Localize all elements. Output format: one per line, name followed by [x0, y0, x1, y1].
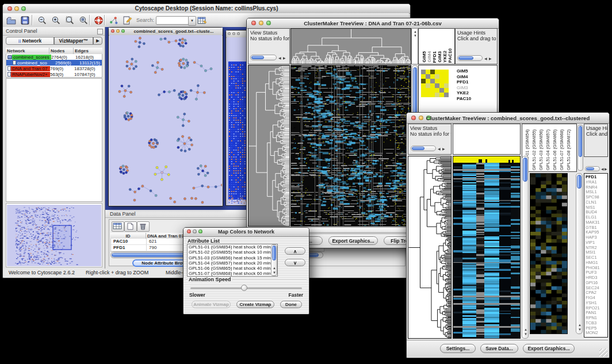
settings-button[interactable]: Settings...	[440, 344, 476, 353]
view-status-scrollbar[interactable]	[250, 55, 277, 60]
tv2-row-dendrogram[interactable]	[408, 156, 452, 339]
move-up-button[interactable]: ∧	[285, 247, 305, 255]
scrollbar-thumb[interactable]	[586, 167, 594, 170]
resize-grip[interactable]	[599, 348, 607, 357]
treeview1-title-bar[interactable]: ClusterMaker TreeView : DNA and Tran 07-…	[247, 18, 499, 29]
network-tree-row[interactable]: combined_scores2764(0)16218(0)	[6, 54, 102, 60]
tv1-column-labels[interactable]: GIM5GIM4PFD1GIM3YKE2PAC10	[418, 28, 455, 64]
scroll-left-icon[interactable]: ◀	[278, 56, 281, 60]
attribute-list-item[interactable]: GPL51-02 (GSM855) heat shock 10 min	[188, 250, 277, 255]
attribute-list-item[interactable]: GPL51-06 (GSM865) heat shock 40 min	[188, 266, 277, 271]
scrollbar-thumb[interactable]	[251, 56, 264, 59]
gene-label[interactable]: YKE2	[457, 90, 471, 96]
scroll-down-icon[interactable]: ▼	[414, 34, 417, 37]
close-button[interactable]	[111, 29, 114, 33]
column-label[interactable]: YKE2	[442, 51, 447, 63]
minimize-button[interactable]	[232, 32, 235, 35]
attribute-list-item[interactable]: GPL51-01 (GSM854) heat shock 05 min	[188, 244, 277, 250]
scroll-right-icon[interactable]: ▶	[283, 56, 286, 60]
scroll-left-icon[interactable]: ◀	[438, 147, 441, 151]
column-label[interactable]: GPL51-04 (GSM857)	[545, 129, 551, 170]
attribute-list-item[interactable]: GPL51-03 (GSM856) heat shock 15 min	[188, 255, 277, 260]
column-label[interactable]: GPL51-06 (GSM865)	[552, 129, 558, 170]
tv2-column-labels[interactable]: GPL51-01 (GSM854)GPL51-02 (GSM855)GPL51-…	[522, 124, 577, 172]
gene-label[interactable]: PFD1	[457, 79, 471, 85]
zoom-selected-icon[interactable]	[78, 14, 89, 26]
zoom-fit-icon[interactable]	[64, 14, 75, 26]
gene-label[interactable]: GIM5	[457, 68, 471, 74]
tv2-gene-labels[interactable]: PFD1YRA1RNR4MSL1SPC98CLN1NIS1BUD4ELG1MAK…	[584, 173, 608, 338]
tv1-column-dendrogram[interactable]	[290, 28, 411, 64]
annotation-icon[interactable]	[121, 14, 133, 26]
minimize-button[interactable]	[116, 29, 120, 33]
save-data-button[interactable]: Save Data...	[480, 344, 518, 353]
network-overview-icon[interactable]	[108, 14, 119, 26]
treeview2-title-bar[interactable]: ClusterMaker TreeView : combined_scores_…	[407, 113, 609, 124]
column-label[interactable]: PAC10	[447, 48, 453, 63]
scroll-right-icon[interactable]: ▶	[605, 167, 607, 171]
animate-vizmap-button[interactable]: Animate Vizmap	[192, 301, 231, 308]
scroll-up-icon[interactable]: ▲	[578, 323, 582, 327]
dialog-title-bar[interactable]: Map Colors to Network	[183, 228, 309, 237]
scroll-down-icon[interactable]: ▼	[578, 328, 582, 331]
scroll-left-icon[interactable]: ◀	[601, 167, 604, 171]
attribute-list[interactable]: GPL51-01 (GSM854) heat shock 05 minGPL51…	[187, 244, 278, 277]
attribute-list-item[interactable]: GPL51-04 (GSM857) heat shock 20 min	[188, 260, 277, 266]
column-label[interactable]: PFD1	[432, 51, 437, 63]
tab-network[interactable]: ⁝⁝ Network	[6, 37, 54, 45]
scroll-up-icon[interactable]: ▲	[414, 30, 417, 33]
view-status-scrollbar[interactable]	[411, 145, 436, 151]
column-label[interactable]: GPL51-08 (GSM872)	[565, 129, 572, 170]
tv2-heatmap-vscrollbar[interactable]: ▲ ▼	[522, 156, 529, 339]
attribute-list-item[interactable]: GPL51-07 (GSM868) heat shock 60 min	[188, 271, 277, 276]
delete-attribute-button[interactable]	[137, 221, 150, 232]
scrollbar-thumb[interactable]	[579, 126, 582, 157]
close-button[interactable]	[228, 32, 231, 35]
column-label[interactable]: GIM3	[437, 51, 442, 63]
zoom-window-button[interactable]	[121, 29, 125, 33]
network-tree-row[interactable]: RNAPuberNov2+563(0)107847(0)	[6, 71, 102, 77]
move-down-button[interactable]: ∨	[285, 259, 305, 266]
scroll-up-icon[interactable]: ▲	[273, 266, 276, 270]
network-tree-empty-area[interactable]	[6, 78, 102, 202]
scrollbar-thumb[interactable]	[458, 56, 473, 60]
search-input[interactable]	[156, 16, 189, 25]
tv2-zoom-heatmap[interactable]	[530, 173, 568, 334]
column-label[interactable]: GPL51-03 (GSM856)	[538, 129, 544, 170]
tv1-gene-labels[interactable]: GIM5GIM4PFD1GIM3YKE2PAC10	[457, 68, 471, 102]
speed-slider-thumb[interactable]	[241, 285, 247, 291]
attribute-select-button[interactable]	[112, 221, 124, 232]
save-icon[interactable]	[19, 14, 30, 26]
export-graphics-button[interactable]: Export Graphics...	[523, 344, 575, 353]
column-label[interactable]: GPL51-07 (GSM868)	[559, 129, 565, 170]
main-title-bar[interactable]: Cytoscape Desktop (Session Name: collins…	[3, 4, 410, 14]
birdseye-view-canvas[interactable]	[7, 205, 101, 266]
tab-vizmapper[interactable]: VizMapper™	[54, 37, 93, 45]
gene-label[interactable]: PAC10	[457, 96, 471, 102]
tab-overflow-arrow[interactable]: ▶	[93, 37, 102, 45]
tv1-row-dendrogram[interactable]	[248, 65, 290, 227]
zoom-out-icon[interactable]	[36, 14, 48, 26]
create-vizmap-button[interactable]: Create Vizmap	[236, 301, 274, 308]
gene-label[interactable]: MON2	[586, 331, 607, 336]
open-folder-icon[interactable]	[5, 14, 17, 26]
attribute-browser-icon[interactable]	[196, 14, 208, 26]
help-icon[interactable]	[93, 14, 104, 26]
column-label[interactable]: GPL51-02 (GSM855)	[531, 129, 537, 170]
scrollbar-thumb[interactable]	[412, 147, 424, 150]
scrollbar-thumb[interactable]	[523, 158, 527, 182]
scroll-right-icon[interactable]: ▶	[442, 147, 445, 151]
search-dropdown-button[interactable]: ▼	[188, 16, 196, 26]
tv2-labels-scrollbar[interactable]	[577, 125, 583, 171]
scrollbar-thumb[interactable]	[577, 175, 582, 189]
network-tree-row[interactable]: DNA and Tran 07769(0)183728(0)	[6, 66, 102, 71]
scroll-left-icon[interactable]: ◀	[484, 57, 487, 60]
gene-label[interactable]: GIM3	[457, 85, 471, 91]
attribute-list-scrollbar[interactable]: ▲ ▼	[271, 244, 277, 276]
network-tree-row[interactable]: combined_sco2569(6)13112(15)	[6, 60, 102, 66]
new-attribute-button[interactable]	[124, 221, 137, 232]
network-window-title-bar[interactable]: combined_scores_good.txt--cluste...	[109, 28, 223, 36]
scroll-up-icon[interactable]: ▲	[524, 328, 527, 331]
usage-hints-scrollbar[interactable]	[457, 55, 483, 61]
usage-hints-scrollbar[interactable]	[585, 166, 600, 171]
